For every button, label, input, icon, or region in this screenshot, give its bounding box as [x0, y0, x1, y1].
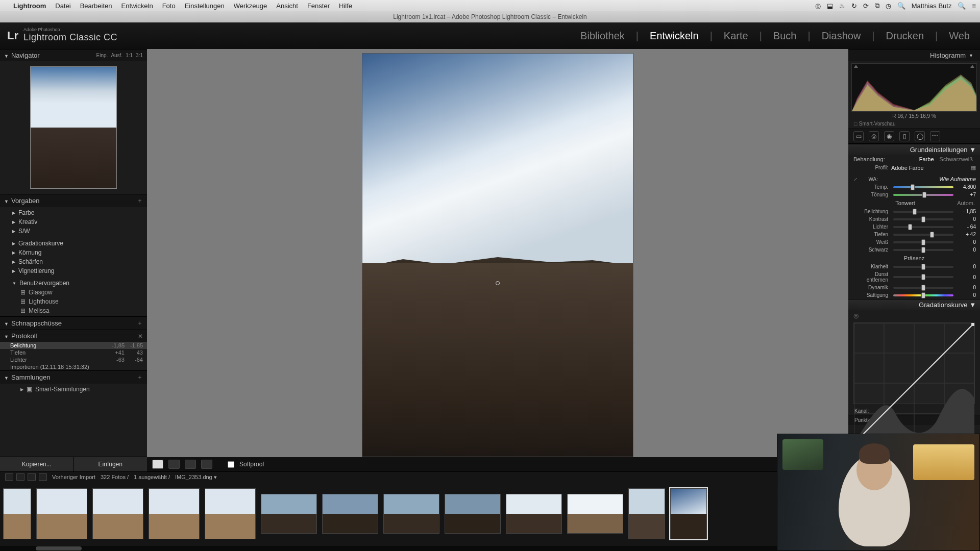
swap-button[interactable] [201, 460, 212, 469]
menu-datei[interactable]: Datei [55, 2, 70, 10]
history-row[interactable]: Importieren (12.11.18 15:31:32) [0, 363, 147, 370]
filmstrip-thumb[interactable] [36, 488, 87, 539]
nav-forward-icon[interactable] [39, 473, 47, 481]
tint-slider[interactable] [893, 194, 953, 196]
preset-group[interactable]: ▶Gradationskurve [0, 239, 147, 248]
module-web[interactable]: Web [946, 30, 973, 42]
menu-fenster[interactable]: Fenster [307, 2, 330, 10]
menu-foto[interactable]: Foto [162, 2, 176, 10]
navigator-preview[interactable] [0, 61, 147, 194]
smart-sammlungen-item[interactable]: ▶▣Smart-Sammlungen [0, 385, 147, 394]
paste-settings-button[interactable]: Einfügen [74, 457, 148, 471]
wifi-icon[interactable]: ⧉ [875, 2, 879, 10]
profile-value[interactable]: Adobe Farbe [891, 165, 971, 171]
menubar-app-name[interactable]: Lightroom [13, 2, 46, 10]
protokoll-header[interactable]: ▼Protokoll ✕ [0, 330, 147, 342]
main-photo[interactable] [362, 54, 633, 457]
filmstrip-thumb[interactable] [383, 494, 439, 534]
preset-group[interactable]: ▶Körnung [0, 248, 147, 257]
shadow-clip-icon[interactable] [854, 65, 858, 68]
navigator-header[interactable]: ▼Navigator Einp. Ausf. 1:1 3:1 [0, 49, 147, 61]
adjust-slider[interactable] [893, 287, 953, 289]
filmstrip-thumb[interactable] [149, 488, 200, 539]
zoom-fill[interactable]: Ausf. [111, 53, 122, 58]
copy-settings-button[interactable]: Kopieren... [0, 457, 74, 471]
schnappschuesse-header[interactable]: ▼Schnappschüsse ＋ [0, 316, 147, 330]
module-karte[interactable]: Karte [721, 30, 751, 42]
filmstrip-thumb[interactable] [567, 494, 623, 534]
treatment-color-button[interactable]: Farbe [917, 156, 936, 162]
module-diashow[interactable]: Diashow [819, 30, 864, 42]
zoom-3-1[interactable]: 3:1 [136, 53, 143, 58]
adjust-slider[interactable] [893, 218, 953, 220]
filmstrip-thumb-selected[interactable] [670, 488, 707, 539]
filmstrip-thumb[interactable] [261, 494, 317, 534]
filmstrip-thumb[interactable] [92, 488, 143, 539]
adjust-slider[interactable] [893, 266, 953, 268]
clock-icon[interactable]: ◷ [886, 2, 891, 10]
protokoll-clear-icon[interactable]: ✕ [138, 333, 143, 340]
menubar-username[interactable]: Matthias Butz [912, 2, 952, 10]
preset-item[interactable]: ⊞Melissa [0, 306, 147, 315]
temp-slider[interactable] [893, 186, 953, 188]
module-entwickeln[interactable]: Entwickeln [647, 30, 702, 42]
spotlight-icon[interactable]: 🔍 [897, 2, 905, 10]
highlight-clip-icon[interactable] [970, 65, 974, 68]
menu-extra-icon[interactable]: ≡ [972, 2, 976, 10]
before-after-button[interactable] [168, 460, 180, 469]
timemachine-icon[interactable]: ⟳ [863, 2, 869, 10]
curve-panel-header[interactable]: Gradationskurve ▼ [848, 299, 980, 310]
loupe-view-button[interactable] [152, 460, 163, 469]
history-row[interactable]: Belichtung-1,85-1,85 [0, 342, 147, 349]
sammlungen-header[interactable]: ▼Sammlungen ＋ [0, 370, 147, 384]
preset-group[interactable]: ▶S/W [0, 227, 147, 236]
menu-einstellungen[interactable]: Einstellungen [185, 2, 225, 10]
module-drucken[interactable]: Drucken [883, 30, 927, 42]
flame-icon[interactable]: ♨ [839, 2, 845, 10]
redeye-tool-icon[interactable]: ◉ [884, 131, 894, 141]
preset-group[interactable]: ▶Farbe [0, 208, 147, 217]
navigator-zoom-controls[interactable]: Einp. Ausf. 1:1 3:1 [96, 53, 143, 58]
curve-target-icon[interactable]: ◎ [853, 312, 859, 319]
schnappschuesse-add-icon[interactable]: ＋ [137, 319, 143, 328]
menu-ansicht[interactable]: Ansicht [276, 2, 298, 10]
tone-curve[interactable] [853, 322, 975, 404]
grid-icon[interactable] [16, 473, 24, 481]
filmstrip-thumb[interactable] [628, 488, 665, 539]
filmstrip-thumb[interactable] [3, 488, 31, 539]
nav-back-icon[interactable] [28, 473, 36, 481]
search-icon[interactable]: 🔍 [958, 2, 966, 10]
filmstrip-scroll-thumb[interactable] [36, 546, 82, 550]
preset-group[interactable]: ▶Vignettierung [0, 266, 147, 276]
menu-entwickeln[interactable]: Entwickeln [121, 2, 153, 10]
vorgaben-add-icon[interactable]: ＋ [137, 196, 143, 205]
softproof-checkbox[interactable] [228, 461, 234, 468]
adjust-slider[interactable] [893, 294, 953, 296]
adjust-slider[interactable] [893, 276, 953, 278]
histogram-header[interactable]: Histogramm ▼ [848, 49, 980, 61]
spot-tool-icon[interactable]: ◎ [869, 131, 879, 141]
module-bibliothek[interactable]: Bibliothek [577, 30, 628, 42]
adjust-slider[interactable] [893, 226, 953, 228]
filmstrip-filename[interactable]: IMG_2353.dng ▾ [175, 474, 217, 481]
menu-werkzeuge[interactable]: Werkzeuge [234, 2, 267, 10]
zoom-1-1[interactable]: 1:1 [126, 53, 133, 58]
adjust-slider[interactable] [893, 211, 953, 213]
profile-browser-icon[interactable]: ▦ [971, 164, 976, 171]
treatment-bw-button[interactable]: Schwarzweiß [938, 156, 975, 162]
adjust-slider[interactable] [893, 249, 953, 251]
wb-eyedropper-icon[interactable]: ⟋ [852, 176, 861, 182]
preset-item[interactable]: ⊞Lighthouse [0, 297, 147, 306]
auto-tone-button[interactable]: Autom. [957, 200, 975, 206]
crop-tool-icon[interactable]: ▭ [853, 131, 864, 141]
sync-icon[interactable]: ↻ [851, 2, 857, 10]
before-after-split-button[interactable] [185, 460, 196, 469]
zoom-fit[interactable]: Einp. [96, 53, 108, 58]
gradient-tool-icon[interactable]: ▯ [899, 131, 910, 141]
adjust-slider[interactable] [893, 234, 953, 236]
preset-group-user[interactable]: ▼Benutzervorgaben [0, 279, 147, 288]
sammlungen-add-icon[interactable]: ＋ [137, 373, 143, 382]
preset-group[interactable]: ▶Schärfen [0, 257, 147, 266]
brush-tool-icon[interactable]: 〰 [930, 131, 940, 141]
filmstrip-source[interactable]: Vorheriger Import [52, 474, 95, 480]
